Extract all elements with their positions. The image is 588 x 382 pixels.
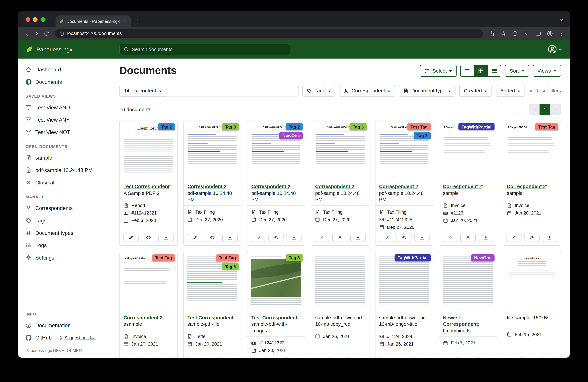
view-button[interactable] (205, 357, 220, 358)
sidebar-item-pdf-sample-10-24-48-pm[interactable]: pdf-sample 10.24.48 PM (18, 164, 110, 176)
document-card[interactable]: Adobe Acrobat PDF Files Tag 3 Correspond… (183, 121, 242, 246)
edit-button[interactable] (379, 357, 394, 358)
sidebar-item-settings[interactable]: Settings (18, 251, 110, 264)
sidebar-item-tags[interactable]: Tags (18, 214, 110, 227)
edit-button[interactable] (506, 357, 522, 358)
edit-button[interactable] (123, 234, 139, 242)
sidebar-item-test-view-any[interactable]: Test View ANY (18, 113, 110, 126)
view-button[interactable] (524, 234, 540, 242)
view-button[interactable] (269, 357, 284, 358)
browser-tab[interactable]: Documents - Paperless-ngx (56, 16, 131, 27)
download-button[interactable] (159, 357, 174, 358)
close-window-button[interactable] (25, 17, 30, 22)
edit-button[interactable] (442, 234, 458, 242)
minimize-window-button[interactable] (33, 17, 38, 22)
view-button[interactable] (460, 234, 476, 242)
sidebar-item-documentation[interactable]: Documentation (18, 319, 110, 331)
tag-badge[interactable]: NewOne (279, 132, 303, 139)
reset-filters-button[interactable]: Reset filters (529, 88, 561, 94)
tag-badge[interactable]: Test Tag (152, 254, 175, 261)
pagination-current[interactable]: 1 (540, 104, 550, 115)
download-button[interactable] (478, 234, 493, 242)
sort-button[interactable]: Sort (505, 65, 529, 77)
tag-badge[interactable]: Test Tag (216, 254, 239, 261)
correspondent-link[interactable]: Correspondent 2 (315, 184, 354, 189)
share-icon[interactable] (489, 31, 494, 36)
avatar-icon[interactable] (547, 31, 552, 36)
document-card[interactable]: Adobe Acrobat PDF Files Tag 3 Correspond… (311, 121, 369, 246)
edit-button[interactable] (251, 234, 266, 242)
correspondent-link[interactable]: Correspondent 2 (507, 184, 546, 189)
tag-badge[interactable]: Tag 2 (414, 132, 430, 139)
document-card[interactable]: NewOne Newest Correspondent: f_combineds… (439, 251, 497, 358)
app-brand[interactable]: Paperless-ngx (18, 45, 110, 53)
tag-badge[interactable]: NewOne (471, 254, 495, 261)
tab-close-icon[interactable] (123, 19, 127, 23)
back-icon[interactable] (24, 31, 30, 36)
site-info-icon[interactable] (59, 31, 64, 36)
user-menu[interactable] (548, 45, 562, 54)
suggest-idea-link[interactable]: Suggest an idea (59, 335, 96, 340)
filter-created-button[interactable]: Created (459, 85, 492, 96)
sidebar-item-logs[interactable]: Logs (18, 239, 110, 251)
tab-search-chevron-icon[interactable] (559, 17, 564, 22)
view-mode-listview-button[interactable] (461, 65, 475, 77)
select-button[interactable]: Select (420, 65, 457, 77)
tag-badge[interactable]: Test Tag (535, 123, 558, 130)
download-button[interactable] (286, 234, 302, 242)
puzzle-icon[interactable] (524, 31, 529, 36)
edit-button[interactable] (315, 357, 330, 358)
sidebar-item-documents[interactable]: Documents (18, 75, 110, 88)
view-button[interactable] (269, 234, 284, 242)
download-button[interactable] (542, 234, 557, 242)
document-card[interactable]: sample-pdf-download-10-mb copy_red Jan 2… (311, 251, 369, 358)
correspondent-link[interactable]: Correspondent 2 (379, 184, 418, 189)
filter-text-input[interactable] (166, 85, 298, 96)
correspondent-link[interactable]: Correspondent 2 (251, 184, 290, 189)
download-button[interactable] (222, 234, 238, 242)
forward-icon[interactable] (34, 31, 39, 36)
pagination-prev[interactable]: « (529, 104, 540, 115)
sidebar-item-test-view-not[interactable]: Test View NOT (18, 126, 110, 138)
correspondent-link[interactable]: Test Correspondent (251, 315, 297, 320)
view-button[interactable] (205, 234, 220, 242)
correspondent-link[interactable]: Test Correspondent (124, 184, 170, 189)
correspondent-link[interactable]: Correspondent 2 (443, 184, 482, 189)
view-button[interactable] (524, 357, 540, 358)
download-button[interactable] (414, 234, 429, 242)
correspondent-link[interactable]: Test Correspondent (188, 315, 233, 320)
document-card[interactable]: Test TagTag 3 Test Correspondent: sample… (183, 251, 242, 358)
view-button[interactable] (396, 357, 412, 358)
views-button[interactable]: Views (533, 65, 561, 77)
view-button[interactable] (396, 234, 412, 242)
tag-badge[interactable]: TagWithPartial (459, 123, 494, 130)
document-card[interactable]: A Simple PDF File Test Tag Correspondent… (119, 251, 178, 358)
sidebar-item-test-view-and[interactable]: Test View AND (18, 101, 110, 113)
star-icon[interactable] (500, 31, 506, 36)
view-button[interactable] (141, 357, 156, 358)
edit-button[interactable] (251, 357, 266, 358)
download-button[interactable] (286, 357, 302, 358)
tag-badge[interactable]: Tag 3 (222, 263, 239, 270)
download-button[interactable] (542, 357, 557, 358)
reload-icon[interactable] (43, 31, 49, 36)
document-thumbnail[interactable]: Lorem ipsum (503, 252, 561, 311)
filter-tags-button[interactable]: Tags (302, 85, 335, 96)
sidebar-item-correspondents[interactable]: Correspondents (18, 202, 110, 214)
download-button[interactable] (222, 357, 238, 358)
correspondent-link[interactable]: Correspondent 2 (188, 184, 226, 189)
edit-button[interactable] (187, 234, 203, 242)
filter-correspondent-button[interactable]: Correspondent (339, 85, 395, 96)
edit-button[interactable] (187, 357, 203, 358)
global-search[interactable] (119, 43, 290, 55)
kebab-icon[interactable] (559, 31, 564, 36)
tag-badge[interactable]: Tag 2 (158, 123, 175, 130)
view-button[interactable] (333, 357, 348, 358)
download-button[interactable] (350, 234, 366, 242)
download-button[interactable] (414, 357, 429, 358)
edit-button[interactable] (123, 357, 139, 358)
tag-badge[interactable]: Tag 3 (286, 254, 303, 261)
document-card[interactable]: A Simple PDF File Test Tag Correspondent… (503, 121, 561, 246)
download-button[interactable] (159, 234, 174, 242)
view-mode-gridview-button[interactable] (474, 65, 488, 77)
